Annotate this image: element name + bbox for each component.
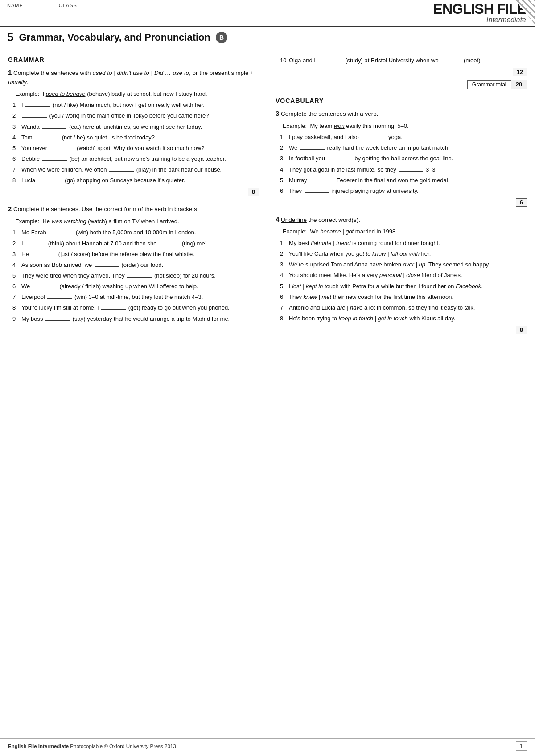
list-item: 2You'll like Carla when you get to know … <box>280 249 527 258</box>
list-item: 3In football you by getting the ball acr… <box>280 154 527 163</box>
list-item: 7Antonio and Lucia are | have a lot in c… <box>280 303 527 312</box>
list-item: 5You never (watch) sport. Why do you wat… <box>12 144 259 153</box>
exercise-2-items: 1Mo Farah (win) both the 5,000m and 10,0… <box>12 228 259 323</box>
list-item: 5I lost | kept in touch with Petra for a… <box>280 282 527 291</box>
exercise-3: 3 Complete the sentences with a verb. Ex… <box>276 109 527 207</box>
col-left: GRAMMAR 1 Complete the sentences with us… <box>0 47 268 351</box>
name-label: NAME <box>7 3 23 24</box>
list-item: 10Olga and I (study) at Bristol Universi… <box>280 56 527 65</box>
list-item: 7Liverpool (win) 3–0 at half-time, but t… <box>12 293 259 302</box>
exercise-3-score: 6 <box>276 198 527 207</box>
list-item: 6We (already / finish) washing up when W… <box>12 282 259 291</box>
exercise-4-number: 4 <box>276 216 279 223</box>
list-item: 8He's been trying to keep in touch | get… <box>280 314 527 323</box>
list-item: 6Debbie (be) an architect, but now she's… <box>12 155 259 163</box>
list-item: 3He (just / score) before the referee bl… <box>12 250 259 259</box>
footer: English File Intermediate Photocopiable … <box>0 738 535 751</box>
list-item: 3Wanda (eat) here at lunchtimes, so we m… <box>12 123 259 131</box>
grammar-total: Grammar total 20 <box>276 80 527 89</box>
exercise-2-number: 2 <box>8 205 12 212</box>
list-item: 1My best flatmate | friend is coming rou… <box>280 239 527 248</box>
exercise-4-title: 4 Underline the correct word(s). <box>276 215 527 225</box>
footer-left: English File Intermediate Photocopiable … <box>8 744 176 749</box>
list-item: 2We really hard the week before an impor… <box>280 143 527 152</box>
list-item: 2 (you / work) in the main office in Tok… <box>12 111 259 120</box>
exercise-3-title: 3 Complete the sentences with a verb. <box>276 109 527 119</box>
exercise-3-example: Example: My team won easily this morning… <box>283 122 527 131</box>
exercise-1-items: 1I (not / like) Maria much, but now I ge… <box>12 101 259 185</box>
list-item: 6They knew | met their new coach for the… <box>280 293 527 302</box>
exercise-4-score: 8 <box>276 326 527 334</box>
list-item: 4You should meet Mike. He's a very perso… <box>280 271 527 280</box>
main-content: GRAMMAR 1 Complete the sentences with us… <box>0 47 535 351</box>
exercise-2-continued: 10Olga and I (study) at Bristol Universi… <box>276 56 527 89</box>
list-item: 1I (not / like) Maria much, but now I ge… <box>12 101 259 110</box>
footer-copyright: Photocopiable © Oxford University Press … <box>69 744 176 749</box>
list-item: 3We're surprised Tom and Anna have broke… <box>280 260 527 269</box>
section-title-bar: 5 Grammar, Vocabulary, and Pronunciation… <box>0 27 535 47</box>
section-title: Grammar, Vocabulary, and Pronunciation <box>19 32 210 43</box>
exercise-1-score: 8 <box>8 188 259 196</box>
footer-book-title: English File Intermediate <box>8 744 69 749</box>
book-subtitle: Intermediate <box>486 16 526 24</box>
page-number: 1 <box>516 741 527 751</box>
exercise-2: 2 Complete the sentences. Use the correc… <box>8 204 259 323</box>
exercise-1-title: 1 Complete the sentences with used to | … <box>8 68 259 87</box>
list-item: 8Lucia (go) shopping on Sundays because … <box>12 176 259 185</box>
list-item: 4As soon as Bob arrived, we (order) our … <box>12 261 259 270</box>
section-badge: B <box>216 32 227 43</box>
exercise-1-number: 1 <box>8 69 12 76</box>
list-item: 5Murray Federer in the final and won the… <box>280 176 527 185</box>
book-title: ENGLISH FILE <box>433 2 526 16</box>
vocabulary-header: VOCABULARY <box>276 97 527 104</box>
exercise-4: 4 Underline the correct word(s). Example… <box>276 215 527 334</box>
header: NAME CLASS ENGLISH FILE Intermediate <box>0 0 535 27</box>
header-right: ENGLISH FILE Intermediate <box>424 0 535 26</box>
header-left: NAME CLASS <box>0 0 424 26</box>
exercise-4-example: Example: We became | got married in 1998… <box>283 227 527 236</box>
list-item: 5They were tired when they arrived. They… <box>12 271 259 280</box>
list-item: 1I play basketball, and I also yoga. <box>280 133 527 142</box>
exercise-2-items-cont: 10Olga and I (study) at Bristol Universi… <box>280 56 527 65</box>
class-label: CLASS <box>59 3 77 24</box>
exercise-1: 1 Complete the sentences with used to | … <box>8 68 259 196</box>
section-number: 5 <box>7 30 13 44</box>
list-item: 6They injured playing rugby at universit… <box>280 187 527 196</box>
list-item: 7When we were children, we often (play) … <box>12 165 259 174</box>
list-item: 4Tom (not / be) so quiet. Is he tired to… <box>12 133 259 142</box>
exercise-2-example: Example: He was watching (watch) a film … <box>15 217 259 226</box>
list-item: 8You're lucky I'm still at home. I (get)… <box>12 303 259 312</box>
col-right: 10Olga and I (study) at Bristol Universi… <box>268 47 535 351</box>
exercise-2-title: 2 Complete the sentences. Use the correc… <box>8 204 259 214</box>
exercise-3-items: 1I play basketball, and I also yoga. 2We… <box>280 133 527 196</box>
exercise-2-score: 12 <box>276 68 527 76</box>
exercise-1-example: Example: I used to behave (behave) badly… <box>15 90 259 98</box>
list-item: 9My boss (say) yesterday that he would a… <box>12 315 259 323</box>
exercise-4-items: 1My best flatmate | friend is coming rou… <box>280 239 527 323</box>
exercise-3-number: 3 <box>276 110 279 117</box>
list-item: 4They got a goal in the last minute, so … <box>280 165 527 174</box>
list-item: 1Mo Farah (win) both the 5,000m and 10,0… <box>12 228 259 237</box>
list-item: 2I (think) about Hannah at 7.00 and then… <box>12 239 259 248</box>
grammar-header: GRAMMAR <box>8 56 259 63</box>
